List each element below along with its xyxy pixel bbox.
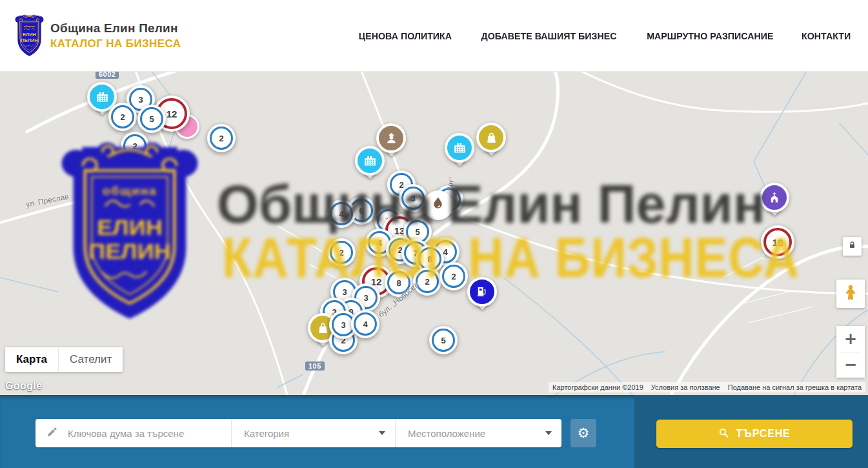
map-canvas[interactable]: 3122522235647135422748128223383234510 об…	[0, 71, 868, 395]
factory-icon	[453, 141, 467, 155]
lock-button[interactable]	[843, 237, 862, 256]
factory-pin[interactable]	[355, 146, 385, 186]
search-bar: Категория Местоположение ⚙ ТЪРСЕНЕ	[0, 395, 868, 468]
cluster-marker[interactable]: 5	[137, 105, 166, 133]
brand[interactable]: общинаЕЛИНПЕЛИН Община Елин Пелин КАТАЛО…	[14, 14, 181, 57]
header: общинаЕЛИНПЕЛИН Община Елин Пелин КАТАЛО…	[0, 0, 868, 72]
map-attribution: Картографски данни ©2019Условия за ползв…	[549, 382, 865, 392]
keyword-field	[35, 419, 231, 447]
church-icon	[768, 191, 781, 204]
svg-text:ЕЛИН: ЕЛИН	[23, 32, 37, 37]
brand-subtitle: КАТАЛОГ НА БИЗНЕСА	[50, 37, 181, 50]
keyword-input[interactable]	[66, 427, 224, 440]
search-button[interactable]: ТЪРСЕНЕ	[656, 420, 853, 448]
search-button-label: ТЪРСЕНЕ	[736, 428, 790, 440]
map-type-map-button[interactable]: Карта	[5, 347, 58, 372]
chevron-down-icon	[545, 431, 552, 435]
road-badge: 6002	[96, 71, 119, 79]
cluster-marker[interactable]: 2	[439, 262, 468, 290]
main-nav: ЦЕНОВА ПОЛИТИКАДОБАВЕТЕ ВАШИЯТ БИЗНЕСМАР…	[356, 0, 852, 71]
category-select-label: Категория	[244, 428, 289, 439]
gear-icon: ⚙	[578, 425, 590, 441]
pegman-button[interactable]	[836, 280, 865, 308]
chevron-down-icon	[379, 431, 385, 435]
cluster-marker[interactable]: 10	[761, 225, 794, 259]
zoom-out-button[interactable]: −	[836, 352, 865, 378]
cluster-marker[interactable]: 2	[413, 267, 441, 296]
cluster-marker[interactable]: 3	[399, 184, 427, 212]
brand-title: Община Елин Пелин	[50, 21, 181, 36]
attribution-link[interactable]: Подаване на сигнал за грешка в картата	[724, 382, 865, 392]
map-type-satellite-button[interactable]: Сателит	[58, 347, 123, 372]
flame-icon	[430, 196, 447, 215]
search-panel: ТЪРСЕНЕ	[634, 395, 868, 468]
pencil-icon	[46, 426, 58, 440]
church-pin[interactable]	[760, 183, 789, 223]
nav-pricing[interactable]: ЦЕНОВА ПОЛИТИКА	[359, 30, 452, 41]
fuel-pin[interactable]	[467, 277, 497, 317]
factory-icon	[96, 90, 109, 104]
bag-icon	[316, 321, 330, 335]
cluster-marker[interactable]: 2	[327, 238, 356, 267]
cluster-marker[interactable]: 2	[121, 132, 149, 160]
google-logo[interactable]: Google	[5, 380, 43, 392]
bag-icon	[485, 131, 498, 145]
svg-text:ПЕЛИН: ПЕЛИН	[21, 37, 38, 43]
advanced-settings-button[interactable]: ⚙	[570, 419, 596, 447]
svg-text:община: община	[24, 25, 35, 28]
cluster-marker[interactable]: 4	[327, 199, 356, 228]
fuel-icon	[476, 285, 489, 298]
zoom-in-button[interactable]: +	[836, 326, 865, 352]
bag-pin[interactable]	[476, 123, 506, 163]
factory-pin[interactable]	[445, 133, 474, 173]
cluster-marker[interactable]: 5	[429, 326, 458, 354]
location-select-label: Местоположение	[408, 428, 485, 439]
factory-icon	[363, 154, 377, 168]
location-select[interactable]: Местоположение	[395, 419, 561, 447]
attribution-text: Картографски данни ©2019	[549, 382, 647, 392]
search-icon	[718, 427, 729, 441]
category-select[interactable]: Категория	[231, 419, 395, 447]
flame-marker[interactable]	[423, 190, 453, 220]
zoom-control: + −	[836, 326, 865, 378]
search-group: Категория Местоположение	[35, 419, 561, 447]
cluster-marker[interactable]: 2	[108, 103, 137, 131]
lock-icon	[847, 240, 857, 252]
nav-add-business[interactable]: ДОБАВЕТЕ ВАШИЯТ БИЗНЕС	[481, 30, 616, 41]
map-type-control: Карта Сателит	[5, 347, 123, 372]
municipality-crest-logo: общинаЕЛИНПЕЛИН	[14, 14, 45, 57]
cluster-marker[interactable]: 4	[351, 310, 379, 338]
attribution-link[interactable]: Условия за ползване	[647, 382, 724, 392]
nav-contacts[interactable]: КОНТАКТИ	[802, 30, 851, 41]
nav-schedule[interactable]: МАРШРУТНО РАЗПИСАНИЕ	[647, 30, 773, 41]
pegman-icon	[842, 284, 859, 303]
worker-icon	[385, 132, 398, 145]
road-badge: 105	[305, 361, 325, 371]
cluster-marker[interactable]: 2	[207, 124, 236, 152]
